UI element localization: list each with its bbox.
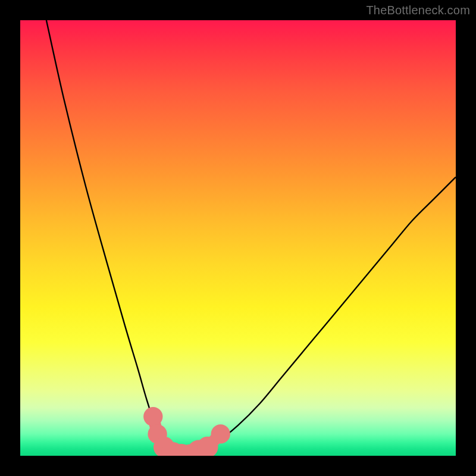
plot-area bbox=[20, 20, 456, 456]
valley-marker bbox=[143, 407, 162, 426]
chart-frame: TheBottleneck.com bbox=[0, 0, 476, 476]
valley-marker bbox=[211, 424, 230, 443]
bottleneck-curve bbox=[46, 20, 456, 456]
watermark-text: TheBottleneck.com bbox=[366, 4, 470, 17]
bottleneck-curve-svg bbox=[20, 20, 456, 456]
valley-markers bbox=[143, 407, 230, 456]
